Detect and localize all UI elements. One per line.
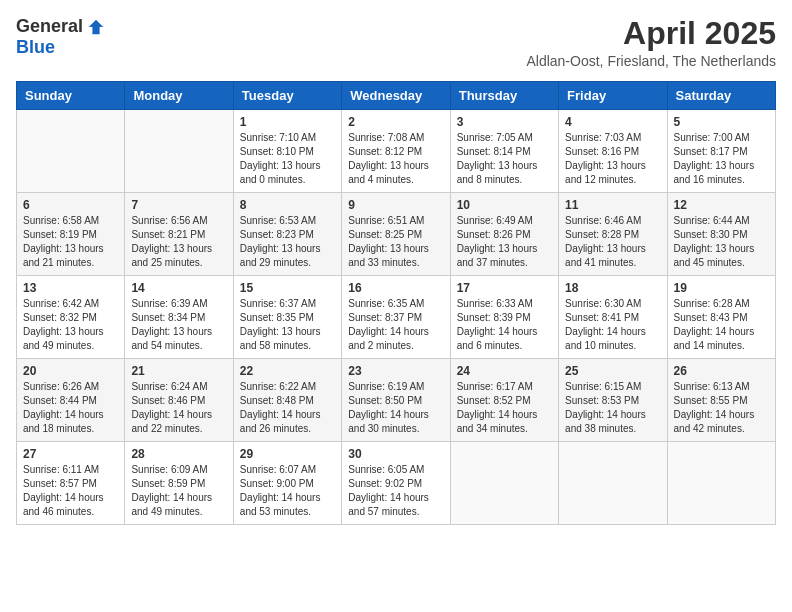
weekday-header-row: SundayMondayTuesdayWednesdayThursdayFrid… (17, 82, 776, 110)
day-info: Sunrise: 6:37 AM Sunset: 8:35 PM Dayligh… (240, 297, 335, 353)
day-info: Sunrise: 6:51 AM Sunset: 8:25 PM Dayligh… (348, 214, 443, 270)
day-info: Sunrise: 7:08 AM Sunset: 8:12 PM Dayligh… (348, 131, 443, 187)
day-info: Sunrise: 6:42 AM Sunset: 8:32 PM Dayligh… (23, 297, 118, 353)
day-info: Sunrise: 7:05 AM Sunset: 8:14 PM Dayligh… (457, 131, 552, 187)
day-number: 14 (131, 281, 226, 295)
day-info: Sunrise: 6:15 AM Sunset: 8:53 PM Dayligh… (565, 380, 660, 436)
day-number: 13 (23, 281, 118, 295)
day-number: 24 (457, 364, 552, 378)
day-number: 10 (457, 198, 552, 212)
day-info: Sunrise: 7:03 AM Sunset: 8:16 PM Dayligh… (565, 131, 660, 187)
calendar-cell: 7Sunrise: 6:56 AM Sunset: 8:21 PM Daylig… (125, 193, 233, 276)
day-number: 22 (240, 364, 335, 378)
calendar-cell: 5Sunrise: 7:00 AM Sunset: 8:17 PM Daylig… (667, 110, 775, 193)
day-number: 9 (348, 198, 443, 212)
day-info: Sunrise: 6:33 AM Sunset: 8:39 PM Dayligh… (457, 297, 552, 353)
calendar-week-row: 13Sunrise: 6:42 AM Sunset: 8:32 PM Dayli… (17, 276, 776, 359)
calendar-cell: 8Sunrise: 6:53 AM Sunset: 8:23 PM Daylig… (233, 193, 341, 276)
weekday-header: Saturday (667, 82, 775, 110)
day-number: 27 (23, 447, 118, 461)
day-number: 15 (240, 281, 335, 295)
logo-icon (87, 18, 105, 36)
day-number: 12 (674, 198, 769, 212)
calendar-cell: 6Sunrise: 6:58 AM Sunset: 8:19 PM Daylig… (17, 193, 125, 276)
calendar-cell: 25Sunrise: 6:15 AM Sunset: 8:53 PM Dayli… (559, 359, 667, 442)
day-info: Sunrise: 6:46 AM Sunset: 8:28 PM Dayligh… (565, 214, 660, 270)
calendar-week-row: 20Sunrise: 6:26 AM Sunset: 8:44 PM Dayli… (17, 359, 776, 442)
calendar-cell: 19Sunrise: 6:28 AM Sunset: 8:43 PM Dayli… (667, 276, 775, 359)
day-number: 4 (565, 115, 660, 129)
day-number: 2 (348, 115, 443, 129)
calendar-cell: 24Sunrise: 6:17 AM Sunset: 8:52 PM Dayli… (450, 359, 558, 442)
day-info: Sunrise: 6:17 AM Sunset: 8:52 PM Dayligh… (457, 380, 552, 436)
calendar-cell: 11Sunrise: 6:46 AM Sunset: 8:28 PM Dayli… (559, 193, 667, 276)
weekday-header: Monday (125, 82, 233, 110)
calendar-cell: 16Sunrise: 6:35 AM Sunset: 8:37 PM Dayli… (342, 276, 450, 359)
calendar-week-row: 1Sunrise: 7:10 AM Sunset: 8:10 PM Daylig… (17, 110, 776, 193)
day-number: 20 (23, 364, 118, 378)
day-number: 30 (348, 447, 443, 461)
weekday-header: Thursday (450, 82, 558, 110)
calendar-cell: 13Sunrise: 6:42 AM Sunset: 8:32 PM Dayli… (17, 276, 125, 359)
day-info: Sunrise: 6:56 AM Sunset: 8:21 PM Dayligh… (131, 214, 226, 270)
month-title: April 2025 (526, 16, 776, 51)
calendar-cell (125, 110, 233, 193)
calendar-week-row: 27Sunrise: 6:11 AM Sunset: 8:57 PM Dayli… (17, 442, 776, 525)
title-block: April 2025 Aldlan-Oost, Friesland, The N… (526, 16, 776, 69)
calendar-cell: 22Sunrise: 6:22 AM Sunset: 8:48 PM Dayli… (233, 359, 341, 442)
calendar-cell: 4Sunrise: 7:03 AM Sunset: 8:16 PM Daylig… (559, 110, 667, 193)
day-info: Sunrise: 6:58 AM Sunset: 8:19 PM Dayligh… (23, 214, 118, 270)
day-number: 16 (348, 281, 443, 295)
weekday-header: Sunday (17, 82, 125, 110)
day-info: Sunrise: 6:35 AM Sunset: 8:37 PM Dayligh… (348, 297, 443, 353)
day-number: 6 (23, 198, 118, 212)
day-info: Sunrise: 6:30 AM Sunset: 8:41 PM Dayligh… (565, 297, 660, 353)
calendar-cell: 23Sunrise: 6:19 AM Sunset: 8:50 PM Dayli… (342, 359, 450, 442)
day-number: 21 (131, 364, 226, 378)
day-info: Sunrise: 6:13 AM Sunset: 8:55 PM Dayligh… (674, 380, 769, 436)
logo: General Blue (16, 16, 105, 58)
day-number: 18 (565, 281, 660, 295)
day-number: 29 (240, 447, 335, 461)
calendar-cell (667, 442, 775, 525)
weekday-header: Tuesday (233, 82, 341, 110)
calendar-cell: 3Sunrise: 7:05 AM Sunset: 8:14 PM Daylig… (450, 110, 558, 193)
day-number: 26 (674, 364, 769, 378)
calendar-cell: 18Sunrise: 6:30 AM Sunset: 8:41 PM Dayli… (559, 276, 667, 359)
page-header: General Blue April 2025 Aldlan-Oost, Fri… (16, 16, 776, 69)
day-info: Sunrise: 6:44 AM Sunset: 8:30 PM Dayligh… (674, 214, 769, 270)
calendar-week-row: 6Sunrise: 6:58 AM Sunset: 8:19 PM Daylig… (17, 193, 776, 276)
calendar-cell: 29Sunrise: 6:07 AM Sunset: 9:00 PM Dayli… (233, 442, 341, 525)
day-info: Sunrise: 6:09 AM Sunset: 8:59 PM Dayligh… (131, 463, 226, 519)
weekday-header: Wednesday (342, 82, 450, 110)
calendar-cell: 30Sunrise: 6:05 AM Sunset: 9:02 PM Dayli… (342, 442, 450, 525)
calendar-cell: 20Sunrise: 6:26 AM Sunset: 8:44 PM Dayli… (17, 359, 125, 442)
weekday-header: Friday (559, 82, 667, 110)
day-number: 3 (457, 115, 552, 129)
calendar-cell (17, 110, 125, 193)
day-info: Sunrise: 6:39 AM Sunset: 8:34 PM Dayligh… (131, 297, 226, 353)
logo-blue-text: Blue (16, 37, 55, 58)
day-number: 25 (565, 364, 660, 378)
day-number: 1 (240, 115, 335, 129)
day-number: 19 (674, 281, 769, 295)
day-info: Sunrise: 7:10 AM Sunset: 8:10 PM Dayligh… (240, 131, 335, 187)
calendar-table: SundayMondayTuesdayWednesdayThursdayFrid… (16, 81, 776, 525)
day-info: Sunrise: 6:28 AM Sunset: 8:43 PM Dayligh… (674, 297, 769, 353)
day-number: 7 (131, 198, 226, 212)
calendar-cell: 21Sunrise: 6:24 AM Sunset: 8:46 PM Dayli… (125, 359, 233, 442)
day-info: Sunrise: 6:19 AM Sunset: 8:50 PM Dayligh… (348, 380, 443, 436)
day-number: 11 (565, 198, 660, 212)
calendar-cell: 14Sunrise: 6:39 AM Sunset: 8:34 PM Dayli… (125, 276, 233, 359)
calendar-cell: 27Sunrise: 6:11 AM Sunset: 8:57 PM Dayli… (17, 442, 125, 525)
calendar-cell: 28Sunrise: 6:09 AM Sunset: 8:59 PM Dayli… (125, 442, 233, 525)
day-info: Sunrise: 6:07 AM Sunset: 9:00 PM Dayligh… (240, 463, 335, 519)
day-info: Sunrise: 6:24 AM Sunset: 8:46 PM Dayligh… (131, 380, 226, 436)
svg-marker-0 (89, 19, 103, 33)
logo-general-text: General (16, 16, 83, 37)
calendar-cell: 10Sunrise: 6:49 AM Sunset: 8:26 PM Dayli… (450, 193, 558, 276)
calendar-cell: 1Sunrise: 7:10 AM Sunset: 8:10 PM Daylig… (233, 110, 341, 193)
day-info: Sunrise: 7:00 AM Sunset: 8:17 PM Dayligh… (674, 131, 769, 187)
location-subtitle: Aldlan-Oost, Friesland, The Netherlands (526, 53, 776, 69)
calendar-cell (450, 442, 558, 525)
